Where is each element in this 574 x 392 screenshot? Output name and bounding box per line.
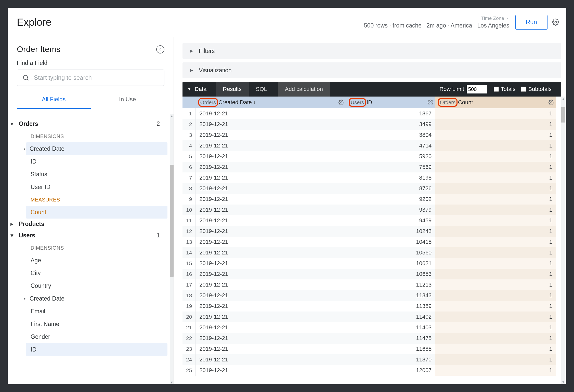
cell-created-date[interactable]: 2019-12-21 (196, 354, 346, 365)
cell-user-id[interactable]: 10653 (346, 269, 435, 279)
cell-count[interactable]: 1 (435, 365, 556, 376)
field-item[interactable]: Gender (26, 330, 167, 343)
subtotals-checkbox[interactable] (521, 87, 526, 92)
cell-created-date[interactable]: 2019-12-21 (196, 226, 346, 237)
cell-count[interactable]: 1 (435, 312, 556, 322)
cell-count[interactable]: 1 (435, 226, 556, 237)
field-item[interactable]: Country (26, 279, 167, 292)
tab-results[interactable]: Results (216, 82, 249, 97)
cell-count[interactable]: 1 (435, 151, 556, 162)
scroll-up-icon[interactable]: ▲ (561, 97, 565, 101)
tab-all-fields[interactable]: All Fields (17, 90, 91, 109)
cell-user-id[interactable]: 1867 (346, 108, 435, 119)
field-item[interactable]: ▸Created Date (26, 142, 167, 155)
cell-created-date[interactable]: 2019-12-21 (196, 365, 346, 376)
settings-button[interactable] (552, 19, 559, 26)
cell-count[interactable]: 1 (435, 237, 556, 247)
tab-sql[interactable]: SQL (249, 82, 274, 97)
filters-panel-toggle[interactable]: ▶ Filters (182, 43, 561, 59)
scroll-thumb[interactable] (170, 165, 174, 277)
cell-created-date[interactable]: 2019-12-21 (196, 162, 346, 172)
column-gear-icon[interactable] (549, 100, 554, 105)
cell-created-date[interactable]: 2019-12-21 (196, 258, 346, 269)
cell-created-date[interactable]: 2019-12-21 (196, 205, 346, 215)
cell-count[interactable]: 1 (435, 119, 556, 130)
visualization-panel-toggle[interactable]: ▶ Visualization (182, 62, 561, 78)
scroll-down-icon[interactable]: ▼ (170, 380, 174, 384)
cell-user-id[interactable]: 12007 (346, 365, 435, 376)
cell-user-id[interactable]: 5920 (346, 151, 435, 162)
field-item[interactable]: Age (26, 254, 167, 267)
cell-user-id[interactable]: 9379 (346, 205, 435, 215)
totals-toggle[interactable]: Totals (494, 86, 515, 92)
cell-user-id[interactable]: 9202 (346, 194, 435, 205)
cell-user-id[interactable]: 11475 (346, 333, 435, 344)
collapse-sidebar-button[interactable] (156, 45, 164, 53)
cell-count[interactable]: 1 (435, 354, 556, 365)
cell-created-date[interactable]: 2019-12-21 (196, 194, 346, 205)
cell-user-id[interactable]: 11685 (346, 344, 435, 354)
add-calculation-button[interactable]: Add calculation (278, 82, 330, 97)
cell-created-date[interactable]: 2019-12-21 (196, 237, 346, 247)
cell-user-id[interactable]: 10415 (346, 237, 435, 247)
cell-count[interactable]: 1 (435, 247, 556, 258)
view-orders[interactable]: ▾Orders2 (8, 118, 167, 130)
cell-created-date[interactable]: 2019-12-21 (196, 172, 346, 183)
cell-count[interactable]: 1 (435, 215, 556, 226)
cell-count[interactable]: 1 (435, 108, 556, 119)
cell-created-date[interactable]: 2019-12-21 (196, 247, 346, 258)
cell-count[interactable]: 1 (435, 194, 556, 205)
cell-user-id[interactable]: 10621 (346, 258, 435, 269)
row-limit-input[interactable] (467, 85, 487, 93)
column-gear-icon[interactable] (428, 100, 433, 105)
search-input[interactable] (34, 74, 159, 81)
cell-user-id[interactable]: 7569 (346, 162, 435, 172)
field-item[interactable]: ID (26, 343, 167, 356)
cell-created-date[interactable]: 2019-12-21 (196, 183, 346, 194)
cell-count[interactable]: 1 (435, 279, 556, 290)
scroll-thumb[interactable] (561, 107, 565, 123)
totals-checkbox[interactable] (494, 87, 499, 92)
cell-created-date[interactable]: 2019-12-21 (196, 279, 346, 290)
field-item[interactable]: First Name (26, 318, 167, 330)
cell-count[interactable]: 1 (435, 333, 556, 344)
cell-user-id[interactable]: 11402 (346, 312, 435, 322)
cell-created-date[interactable]: 2019-12-21 (196, 322, 346, 333)
table-scrollbar[interactable]: ▲ ▼ (561, 97, 565, 384)
cell-count[interactable]: 1 (435, 172, 556, 183)
cell-created-date[interactable]: 2019-12-21 (196, 119, 346, 130)
cell-user-id[interactable]: 8198 (346, 172, 435, 183)
field-item[interactable]: Count (26, 206, 167, 219)
cell-user-id[interactable]: 11389 (346, 301, 435, 312)
cell-user-id[interactable]: 8726 (346, 183, 435, 194)
column-header[interactable]: UsersID (346, 97, 435, 108)
cell-user-id[interactable]: 10243 (346, 226, 435, 237)
search-field-wrap[interactable] (17, 70, 164, 86)
cell-user-id[interactable]: 3804 (346, 130, 435, 140)
cell-created-date[interactable]: 2019-12-21 (196, 344, 346, 354)
cell-count[interactable]: 1 (435, 258, 556, 269)
cell-created-date[interactable]: 2019-12-21 (196, 290, 346, 301)
cell-count[interactable]: 1 (435, 301, 556, 312)
field-item[interactable]: User ID (26, 181, 167, 193)
cell-user-id[interactable]: 11343 (346, 290, 435, 301)
column-header[interactable]: OrdersCreated Date↓ (196, 97, 346, 108)
cell-created-date[interactable]: 2019-12-21 (196, 312, 346, 322)
tab-in-use[interactable]: In Use (91, 90, 165, 109)
cell-created-date[interactable]: 2019-12-21 (196, 130, 346, 140)
cell-created-date[interactable]: 2019-12-21 (196, 151, 346, 162)
cell-created-date[interactable]: 2019-12-21 (196, 301, 346, 312)
cell-created-date[interactable]: 2019-12-21 (196, 140, 346, 151)
scroll-down-icon[interactable]: ▼ (561, 380, 565, 384)
cell-count[interactable]: 1 (435, 344, 556, 354)
cell-created-date[interactable]: 2019-12-21 (196, 215, 346, 226)
chevron-down-icon[interactable]: ▼ (188, 87, 191, 91)
field-item[interactable]: Status (26, 168, 167, 181)
column-gear-icon[interactable] (338, 100, 344, 105)
cell-count[interactable]: 1 (435, 130, 556, 140)
cell-user-id[interactable]: 3499 (346, 119, 435, 130)
cell-count[interactable]: 1 (435, 290, 556, 301)
cell-count[interactable]: 1 (435, 162, 556, 172)
cell-count[interactable]: 1 (435, 269, 556, 279)
cell-count[interactable]: 1 (435, 322, 556, 333)
